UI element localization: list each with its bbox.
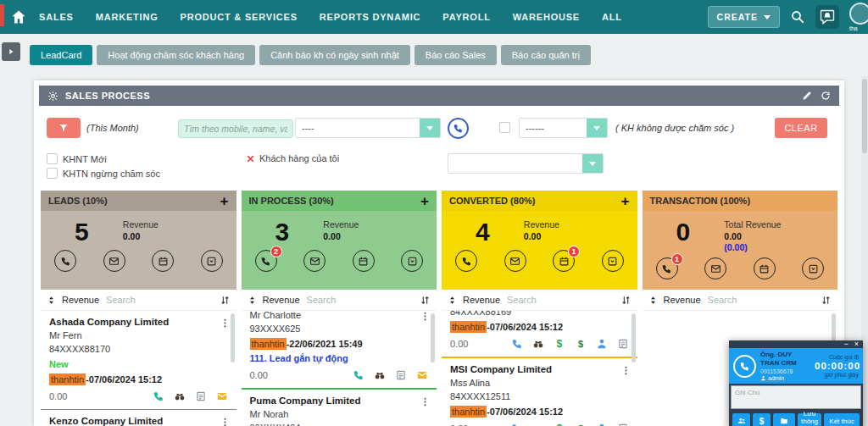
phone-teal-icon[interactable] [153,390,164,402]
calendar-icon[interactable] [754,257,776,279]
kebab-menu-icon[interactable] [420,311,431,322]
search-icon[interactable] [790,9,805,25]
close-icon[interactable]: × [854,340,859,348]
sort-direction-icon[interactable] [620,295,632,306]
filter-select-3[interactable] [448,153,604,174]
phone-teal-icon[interactable] [353,369,364,381]
lead-card[interactable]: 84XXXX88169 thanhtin-07/06/2024 15:12 0.… [442,311,637,358]
filter-select-1[interactable]: ---- [295,118,441,138]
kebab-menu-icon[interactable] [620,365,632,376]
add-lead-button[interactable]: + [220,194,229,208]
mail-icon[interactable] [303,250,326,272]
person-icon[interactable] [596,423,608,426]
calendar-icon[interactable] [353,250,375,272]
chevron-down-icon[interactable] [582,154,603,173]
person-icon[interactable] [596,338,608,350]
add-lead-button[interactable]: + [420,194,429,208]
phone-icon[interactable]: 1 [656,257,678,279]
tab-birthday-alert[interactable]: Cảnh báo kh có ngày sinh nhật [259,45,410,65]
sort-field-label[interactable]: Revenue [62,295,99,305]
card-note[interactable]: 111. Lead gắn tự động [250,353,429,363]
mail-yellow-icon[interactable] [216,390,228,402]
card-company[interactable]: MSI Company Limited [450,364,629,374]
uncared-checkbox[interactable] [499,122,510,133]
create-button[interactable]: CREATE [708,6,780,28]
phone-blue-icon[interactable] [511,338,523,350]
mail-icon[interactable] [504,250,526,272]
lead-card[interactable]: Kenzo Company Limited Mss Mabel [41,410,236,426]
my-customers-toggle[interactable]: Khách hàng của tôi [246,153,339,163]
clear-button[interactable]: CLEAR [775,118,827,138]
column-search-input[interactable] [106,295,219,305]
filter-select-2[interactable]: ------ [519,118,608,138]
filter-funnel-button[interactable] [47,118,81,138]
menu-item-all[interactable]: ALL [602,12,622,22]
quick-search-input[interactable] [178,119,293,138]
binoculars-icon[interactable] [532,423,544,426]
mail-icon[interactable] [103,250,125,272]
dial-phone-button[interactable] [448,118,469,139]
note-icon[interactable] [395,369,407,381]
add-lead-button[interactable]: + [621,194,630,208]
phone-icon[interactable] [455,250,477,272]
dollar-icon[interactable]: $ [554,338,565,350]
edit-pencil-icon[interactable] [802,91,812,101]
card-company[interactable]: Kenzo Company Limited [49,416,228,426]
khtn-stop-care-checkbox[interactable] [47,168,58,179]
home-icon[interactable] [10,8,27,25]
menu-item-payroll[interactable]: PAYROLL [442,12,490,22]
menu-item-sales[interactable]: SALES [39,12,74,22]
note-icon[interactable] [617,338,629,350]
mail-icon[interactable] [704,257,726,279]
sort-field-dropdown-icon[interactable] [248,296,257,305]
sort-field-label[interactable]: Revenue [664,295,701,305]
binoculars-icon[interactable] [174,390,186,402]
kebab-menu-icon[interactable] [420,396,431,407]
sidebar-expand-button[interactable] [2,42,20,61]
sort-field-dropdown-icon[interactable] [648,296,658,305]
list-scrollbar[interactable] [431,313,435,362]
tab-leadcard[interactable]: LeadCard [30,45,92,65]
chevron-down-icon[interactable] [420,119,440,137]
menu-item-warehouse[interactable]: WAREHOUSE [513,12,580,22]
chevron-down-icon[interactable] [587,119,607,137]
tab-admin-report[interactable]: Báo cáo quản trị [501,45,591,65]
calendar-icon[interactable]: 1 [553,250,575,272]
dollar-icon[interactable]: $ [554,423,565,426]
note-icon[interactable] [195,390,207,402]
contacts-button[interactable] [732,413,750,426]
sort-field-label[interactable]: Revenue [263,295,300,305]
column-search-input[interactable] [507,295,620,305]
dollar2-icon[interactable]: $ [575,338,587,350]
phone-blue-icon[interactable] [511,423,523,426]
sort-field-dropdown-icon[interactable] [47,296,56,305]
card-company[interactable]: Puma Company Limited [250,396,429,406]
inbox-icon[interactable] [201,250,223,272]
avatar[interactable] [849,3,868,25]
save-info-button[interactable]: Lưu thông tin [798,413,821,426]
sort-direction-icon[interactable] [220,295,231,306]
lead-card[interactable]: Puma Company Limited Mr Norah 90XXXX494 [242,390,437,426]
dollar2-icon[interactable]: $ [575,423,587,426]
khnt-moi-checkbox[interactable] [47,153,58,164]
column-search-input[interactable] [307,295,420,305]
lead-card[interactable]: Mr Charlotte 93XXXX625 thanhtin-22/06/20… [242,311,437,390]
kebab-menu-icon[interactable] [220,318,231,329]
call-note-input[interactable] [732,386,860,408]
sort-field-dropdown-icon[interactable] [448,296,457,305]
scrollbar-thumb[interactable] [862,79,867,153]
mail-yellow-icon[interactable] [416,369,428,381]
calendar-icon[interactable] [152,250,174,272]
notifications-button[interactable] [815,5,839,29]
menu-item-reports-dynamic[interactable]: REPORTS DYNAMIC [320,12,421,22]
inbox-icon[interactable] [802,257,824,279]
lead-card[interactable]: Ashada Company Limited Mr Fern 84XXXX881… [41,311,236,410]
gear-icon[interactable] [47,91,58,102]
inbox-icon[interactable] [602,250,624,272]
sort-field-label[interactable]: Revenue [463,295,500,305]
sort-direction-icon[interactable] [420,295,431,306]
menu-item-marketing[interactable]: MARKETING [96,12,159,22]
sort-direction-icon[interactable] [821,295,832,306]
note-icon[interactable] [617,423,629,426]
list-scrollbar[interactable] [231,313,235,362]
